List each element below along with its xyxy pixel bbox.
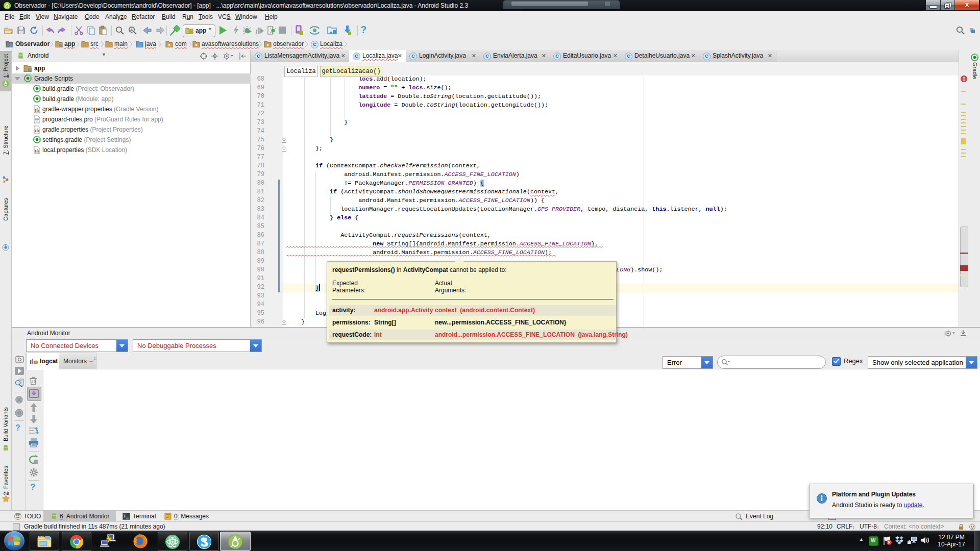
svg-text:A: A bbox=[130, 28, 133, 32]
